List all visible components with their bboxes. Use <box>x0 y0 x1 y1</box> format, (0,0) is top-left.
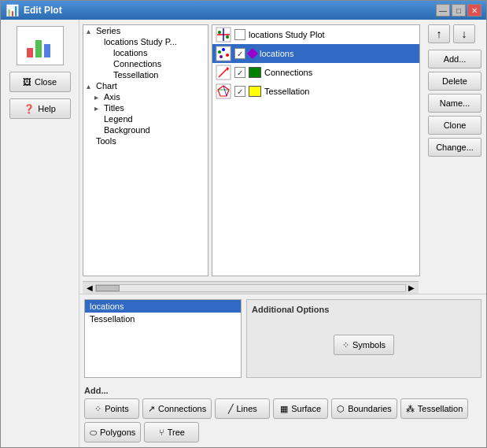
scrollbar-track[interactable] <box>95 284 406 292</box>
lines-button-label: Lines <box>237 404 257 413</box>
series-checkbox-locations[interactable]: ✓ <box>234 48 245 59</box>
arrow-row: ↑ ↓ <box>428 24 481 43</box>
series-name-lsp: locations Study Plot <box>249 30 416 39</box>
series-icon-lsp <box>216 27 231 43</box>
series-name-locations: locations <box>260 49 416 58</box>
scrollbar-thumb[interactable] <box>96 285 120 291</box>
polygons-icon: ⬭ <box>90 428 97 438</box>
tree-node-titles[interactable]: ▸ Titles <box>83 102 208 113</box>
lines-icon: ╱ <box>228 404 234 414</box>
help-button[interactable]: ❓ Help <box>9 98 71 119</box>
add-connections-button[interactable]: ↗ Connections <box>142 398 212 419</box>
selected-items-list[interactable]: locations Tessellation <box>84 299 242 378</box>
svg-point-11 <box>226 54 229 57</box>
title-bar-title: Edit Plot <box>24 5 62 16</box>
title-bar-left: 📊 Edit Plot <box>6 4 62 17</box>
tessellation-icon: ⁂ <box>406 404 415 414</box>
close-button[interactable]: 🖼 Close <box>9 72 71 92</box>
move-up-button[interactable]: ↑ <box>428 24 450 43</box>
svg-rect-2 <box>44 44 50 57</box>
diamond-icon-locations <box>247 48 258 59</box>
series-list-panel[interactable]: locations Study Plot ✓ <box>212 24 420 276</box>
tree-node-tessellation[interactable]: Tessellation <box>83 69 208 80</box>
add-points-button[interactable]: ⁘ Points <box>84 398 139 419</box>
symbols-button-label: Symbols <box>352 340 386 350</box>
series-icon-connections <box>216 65 231 80</box>
surface-icon: ▦ <box>280 404 288 414</box>
add-buttons-row: ⁘ Points ↗ Connections ╱ Lines ▦ Surface <box>84 398 481 442</box>
move-down-button[interactable]: ↓ <box>453 24 475 43</box>
middle-panel: ▴ Series locations Study P... locations … <box>79 20 486 447</box>
right-panel: ↑ ↓ Add... Delete Name... Clone Change..… <box>423 20 486 281</box>
close-window-button[interactable]: ✕ <box>467 4 481 17</box>
symbols-button[interactable]: ⁘ Symbols <box>334 335 394 355</box>
additional-options-title: Additional Options <box>252 305 329 314</box>
top-row: ▴ Series locations Study P... locations … <box>79 20 486 281</box>
maximize-button[interactable]: □ <box>452 4 466 17</box>
clone-button[interactable]: Clone <box>428 116 481 135</box>
help-icon: ❓ <box>24 104 35 114</box>
connections-button-label: Connections <box>158 404 206 413</box>
minimize-button[interactable]: — <box>436 4 450 17</box>
points-icon: ⁘ <box>94 404 101 414</box>
series-color-tessellation <box>249 86 261 97</box>
help-button-label: Help <box>38 104 56 113</box>
tree-panel[interactable]: ▴ Series locations Study P... locations … <box>83 24 208 276</box>
tree-node-connections[interactable]: Connections <box>83 58 208 69</box>
edit-plot-window: 📊 Edit Plot — □ ✕ 🖼 Close ❓ <box>0 0 487 448</box>
polygons-button-label: Polygons <box>100 428 135 437</box>
add-button[interactable]: Add... <box>428 50 481 68</box>
svg-point-12 <box>220 55 223 58</box>
add-boundaries-button[interactable]: ⬡ Boundaries <box>331 398 397 419</box>
add-tessellation-button[interactable]: ⁂ Tessellation <box>400 398 468 419</box>
points-button-label: Points <box>105 404 129 413</box>
boundaries-button-label: Boundaries <box>348 404 392 413</box>
series-item-tessellation[interactable]: ✓ Tessellation <box>212 82 419 101</box>
tree-node-series[interactable]: ▴ Series <box>83 25 208 36</box>
series-checkbox-lsp[interactable] <box>234 29 245 40</box>
tree-icon: ⑂ <box>159 428 164 437</box>
series-name-connections: Connections <box>264 68 416 77</box>
tree-node-legend[interactable]: Legend <box>83 113 208 124</box>
title-bar-icon: 📊 <box>6 4 19 17</box>
close-icon: 🖼 <box>23 77 31 87</box>
series-item-locations-study-plot[interactable]: locations Study Plot <box>212 25 419 44</box>
series-item-locations[interactable]: ✓ locations <box>212 44 419 63</box>
horizontal-scrollbar[interactable]: ◀ ▶ <box>83 281 419 294</box>
connections-icon: ↗ <box>148 404 155 414</box>
series-checkbox-connections[interactable]: ✓ <box>234 67 245 78</box>
tree-node-axis[interactable]: ▸ Axis <box>83 91 208 102</box>
tree-node-tools[interactable]: Tools <box>83 135 208 146</box>
selected-item-tessellation[interactable]: Tessellation <box>85 313 241 325</box>
tree-node-background[interactable]: Background <box>83 124 208 135</box>
bottom-row: locations Tessellation Additional Option… <box>84 299 481 378</box>
svg-rect-1 <box>35 40 42 57</box>
scroll-left-button[interactable]: ◀ <box>84 283 95 292</box>
tree-node-chart[interactable]: ▴ Chart <box>83 80 208 91</box>
tree-toggle-series: ▴ <box>87 27 96 35</box>
svg-point-7 <box>226 35 229 39</box>
svg-point-10 <box>222 48 225 51</box>
change-button[interactable]: Change... <box>428 138 481 157</box>
scroll-right-button[interactable]: ▶ <box>406 283 417 292</box>
series-checkbox-tessellation[interactable]: ✓ <box>234 86 245 97</box>
tessellation-button-label: Tessellation <box>418 404 463 413</box>
series-name-tessellation: Tessellation <box>264 87 416 96</box>
add-section-title: Add... <box>84 386 481 395</box>
tree-node-locations-study-plot[interactable]: locations Study P... <box>83 36 208 47</box>
add-polygons-button[interactable]: ⬭ Polygons <box>84 422 141 442</box>
tree-button-label: Tree <box>168 428 185 437</box>
add-lines-button[interactable]: ╱ Lines <box>215 398 270 419</box>
title-bar: 📊 Edit Plot — □ ✕ <box>1 1 486 20</box>
series-item-connections[interactable]: ✓ Connections <box>212 63 419 82</box>
tree-toggle-chart: ▴ <box>87 82 96 91</box>
series-icon-tessellation <box>216 83 231 99</box>
surface-button-label: Surface <box>291 404 321 413</box>
left-panel: 🖼 Close ❓ Help <box>1 20 79 447</box>
delete-button[interactable]: Delete <box>428 72 481 91</box>
selected-item-locations[interactable]: locations <box>85 300 241 313</box>
tree-node-locations[interactable]: locations <box>83 47 208 58</box>
add-tree-button[interactable]: ⑂ Tree <box>144 422 199 442</box>
add-surface-button[interactable]: ▦ Surface <box>273 398 328 419</box>
name-button[interactable]: Name... <box>428 94 481 113</box>
